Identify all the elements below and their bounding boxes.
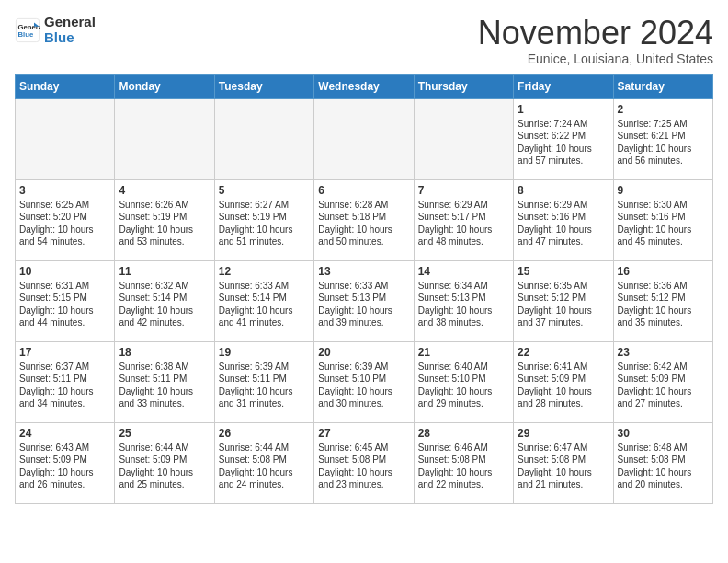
day-number: 9 (618, 184, 709, 197)
calendar-day-12: 12Sunrise: 6:33 AM Sunset: 5:14 PM Dayli… (214, 260, 313, 341)
calendar-day-11: 11Sunrise: 6:32 AM Sunset: 5:14 PM Dayli… (115, 260, 214, 341)
day-info: Sunrise: 6:47 AM Sunset: 5:08 PM Dayligh… (518, 442, 609, 491)
day-info: Sunrise: 6:39 AM Sunset: 5:10 PM Dayligh… (318, 361, 409, 410)
day-info: Sunrise: 6:31 AM Sunset: 5:15 PM Dayligh… (19, 280, 110, 329)
day-number: 6 (318, 184, 409, 197)
day-number: 17 (19, 346, 110, 359)
weekday-header-friday: Friday (514, 74, 613, 98)
calendar-day-empty (115, 98, 214, 179)
day-info: Sunrise: 6:27 AM Sunset: 5:19 PM Dayligh… (219, 199, 310, 248)
weekday-header-row: SundayMondayTuesdayWednesdayThursdayFrid… (16, 74, 713, 98)
day-info: Sunrise: 7:25 AM Sunset: 6:21 PM Dayligh… (618, 118, 709, 167)
day-number: 19 (219, 346, 310, 359)
day-info: Sunrise: 6:26 AM Sunset: 5:19 PM Dayligh… (119, 199, 210, 248)
day-info: Sunrise: 6:28 AM Sunset: 5:18 PM Dayligh… (318, 199, 409, 248)
weekday-header-tuesday: Tuesday (214, 74, 313, 98)
day-number: 15 (518, 265, 609, 278)
day-number: 7 (418, 184, 509, 197)
calendar-day-21: 21Sunrise: 6:40 AM Sunset: 5:10 PM Dayli… (414, 341, 513, 422)
day-info: Sunrise: 6:42 AM Sunset: 5:09 PM Dayligh… (618, 361, 709, 410)
day-info: Sunrise: 6:48 AM Sunset: 5:08 PM Dayligh… (618, 442, 709, 491)
day-info: Sunrise: 6:39 AM Sunset: 5:11 PM Dayligh… (219, 361, 310, 410)
day-info: Sunrise: 6:37 AM Sunset: 5:11 PM Dayligh… (19, 361, 110, 410)
weekday-header-thursday: Thursday (414, 74, 513, 98)
calendar-day-25: 25Sunrise: 6:44 AM Sunset: 5:09 PM Dayli… (115, 422, 214, 503)
day-number: 13 (318, 265, 409, 278)
calendar-day-3: 3Sunrise: 6:25 AM Sunset: 5:20 PM Daylig… (16, 179, 115, 260)
title-block: November 2024 Eunice, Louisiana, United … (478, 15, 713, 66)
day-number: 21 (418, 346, 509, 359)
day-number: 11 (119, 265, 210, 278)
calendar-day-26: 26Sunrise: 6:44 AM Sunset: 5:08 PM Dayli… (214, 422, 313, 503)
logo-text-general: General (44, 15, 96, 30)
day-number: 22 (518, 346, 609, 359)
day-number: 16 (618, 265, 709, 278)
svg-text:General: General (18, 22, 41, 30)
day-number: 1 (518, 103, 609, 116)
calendar-day-17: 17Sunrise: 6:37 AM Sunset: 5:11 PM Dayli… (16, 341, 115, 422)
weekday-header-sunday: Sunday (16, 74, 115, 98)
calendar-week-row: 17Sunrise: 6:37 AM Sunset: 5:11 PM Dayli… (16, 341, 713, 422)
day-number: 29 (518, 427, 609, 440)
calendar-day-16: 16Sunrise: 6:36 AM Sunset: 5:12 PM Dayli… (613, 260, 712, 341)
day-info: Sunrise: 6:44 AM Sunset: 5:08 PM Dayligh… (219, 442, 310, 491)
calendar-week-row: 3Sunrise: 6:25 AM Sunset: 5:20 PM Daylig… (16, 179, 713, 260)
calendar-day-9: 9Sunrise: 6:30 AM Sunset: 5:16 PM Daylig… (613, 179, 712, 260)
calendar-day-27: 27Sunrise: 6:45 AM Sunset: 5:08 PM Dayli… (314, 422, 414, 503)
day-info: Sunrise: 6:41 AM Sunset: 5:09 PM Dayligh… (518, 361, 609, 410)
calendar-day-13: 13Sunrise: 6:33 AM Sunset: 5:13 PM Dayli… (314, 260, 414, 341)
day-info: Sunrise: 6:29 AM Sunset: 5:16 PM Dayligh… (518, 199, 609, 248)
calendar-day-23: 23Sunrise: 6:42 AM Sunset: 5:09 PM Dayli… (613, 341, 712, 422)
day-info: Sunrise: 6:44 AM Sunset: 5:09 PM Dayligh… (119, 442, 210, 491)
day-info: Sunrise: 6:46 AM Sunset: 5:08 PM Dayligh… (418, 442, 509, 491)
day-number: 2 (618, 103, 709, 116)
weekday-header-monday: Monday (115, 74, 214, 98)
day-number: 26 (219, 427, 310, 440)
month-title: November 2024 (478, 15, 713, 52)
calendar-day-22: 22Sunrise: 6:41 AM Sunset: 5:09 PM Dayli… (514, 341, 613, 422)
calendar-day-empty (214, 98, 313, 179)
logo: General Blue General Blue (15, 15, 96, 45)
day-number: 30 (618, 427, 709, 440)
calendar-day-28: 28Sunrise: 6:46 AM Sunset: 5:08 PM Dayli… (414, 422, 513, 503)
day-info: Sunrise: 6:32 AM Sunset: 5:14 PM Dayligh… (119, 280, 210, 329)
calendar-table: SundayMondayTuesdayWednesdayThursdayFrid… (15, 74, 713, 504)
calendar-day-empty (16, 98, 115, 179)
logo-icon: General Blue (15, 17, 40, 43)
calendar-day-4: 4Sunrise: 6:26 AM Sunset: 5:19 PM Daylig… (115, 179, 214, 260)
day-info: Sunrise: 6:38 AM Sunset: 5:11 PM Dayligh… (119, 361, 210, 410)
day-number: 18 (119, 346, 210, 359)
day-number: 10 (19, 265, 110, 278)
day-number: 27 (318, 427, 409, 440)
day-number: 23 (618, 346, 709, 359)
day-info: Sunrise: 6:30 AM Sunset: 5:16 PM Dayligh… (618, 199, 709, 248)
calendar-week-row: 24Sunrise: 6:43 AM Sunset: 5:09 PM Dayli… (16, 422, 713, 503)
day-number: 25 (119, 427, 210, 440)
day-number: 4 (119, 184, 210, 197)
calendar-day-18: 18Sunrise: 6:38 AM Sunset: 5:11 PM Dayli… (115, 341, 214, 422)
calendar-day-19: 19Sunrise: 6:39 AM Sunset: 5:11 PM Dayli… (214, 341, 313, 422)
page-header: General Blue General Blue November 2024 … (15, 15, 713, 66)
day-info: Sunrise: 6:34 AM Sunset: 5:13 PM Dayligh… (418, 280, 509, 329)
day-info: Sunrise: 6:25 AM Sunset: 5:20 PM Dayligh… (19, 199, 110, 248)
day-info: Sunrise: 6:35 AM Sunset: 5:12 PM Dayligh… (518, 280, 609, 329)
calendar-day-7: 7Sunrise: 6:29 AM Sunset: 5:17 PM Daylig… (414, 179, 513, 260)
day-number: 12 (219, 265, 310, 278)
day-info: Sunrise: 6:33 AM Sunset: 5:13 PM Dayligh… (318, 280, 409, 329)
calendar-day-10: 10Sunrise: 6:31 AM Sunset: 5:15 PM Dayli… (16, 260, 115, 341)
day-info: Sunrise: 7:24 AM Sunset: 6:22 PM Dayligh… (518, 118, 609, 167)
day-info: Sunrise: 6:29 AM Sunset: 5:17 PM Dayligh… (418, 199, 509, 248)
calendar-day-20: 20Sunrise: 6:39 AM Sunset: 5:10 PM Dayli… (314, 341, 414, 422)
calendar-week-row: 10Sunrise: 6:31 AM Sunset: 5:15 PM Dayli… (16, 260, 713, 341)
calendar-day-empty (414, 98, 513, 179)
calendar-day-15: 15Sunrise: 6:35 AM Sunset: 5:12 PM Dayli… (514, 260, 613, 341)
day-info: Sunrise: 6:43 AM Sunset: 5:09 PM Dayligh… (19, 442, 110, 491)
day-number: 3 (19, 184, 110, 197)
calendar-day-empty (314, 98, 414, 179)
calendar-day-14: 14Sunrise: 6:34 AM Sunset: 5:13 PM Dayli… (414, 260, 513, 341)
calendar-day-29: 29Sunrise: 6:47 AM Sunset: 5:08 PM Dayli… (514, 422, 613, 503)
calendar-week-row: 1Sunrise: 7:24 AM Sunset: 6:22 PM Daylig… (16, 98, 713, 179)
day-info: Sunrise: 6:40 AM Sunset: 5:10 PM Dayligh… (418, 361, 509, 410)
day-number: 5 (219, 184, 310, 197)
day-number: 20 (318, 346, 409, 359)
